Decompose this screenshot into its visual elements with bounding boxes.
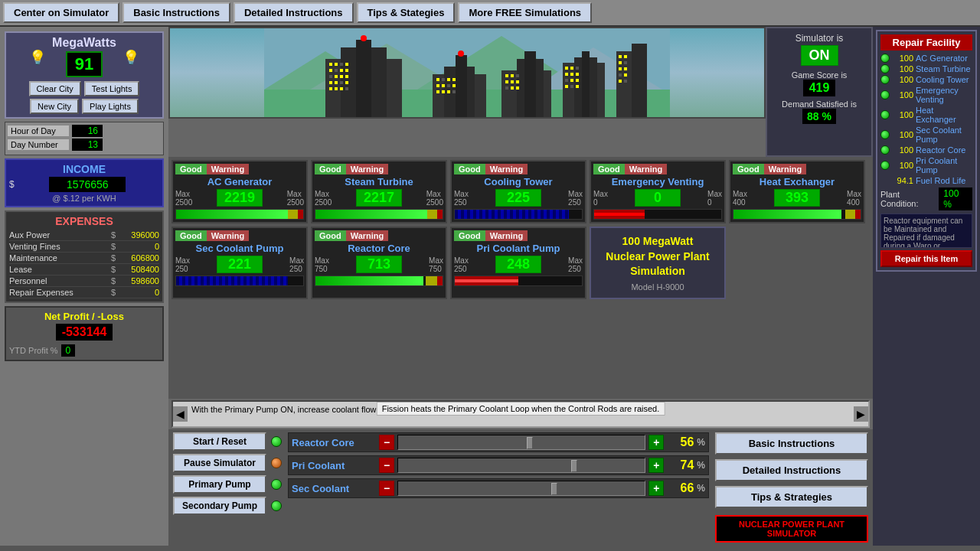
- pause-led: [271, 458, 282, 468]
- repair-cooling-tower: 100 Cooling Tower: [880, 75, 972, 84]
- pri-coolant-slider-label: Pri Coolant: [292, 460, 376, 471]
- income-rate: @ $.12 per KWH: [9, 194, 159, 203]
- repair-reactor-led: [880, 145, 890, 155]
- test-lights-btn[interactable]: Test Lights: [84, 81, 140, 96]
- sec-coolant-plus-btn[interactable]: +: [648, 481, 664, 496]
- sec-coolant-pct: %: [697, 483, 705, 494]
- gauge-emergency-venting: Good Warning Emergency Venting Max0 0 Ma…: [590, 160, 726, 223]
- clear-city-btn[interactable]: Clear City: [29, 81, 81, 96]
- svg-rect-7: [632, 44, 647, 119]
- svg-rect-52: [452, 78, 456, 81]
- svg-rect-41: [516, 80, 519, 83]
- svg-rect-84: [345, 87, 348, 90]
- pri-coolant-minus-btn[interactable]: −: [379, 458, 394, 473]
- svg-rect-63: [356, 40, 371, 119]
- svg-rect-67: [340, 63, 343, 66]
- sim-on-value: ON: [801, 45, 838, 66]
- reactor-core-slider-row: Reactor Core − + 56 %: [288, 432, 709, 452]
- sec-coolant-track[interactable]: [397, 481, 645, 496]
- pri-coolant-plus-btn[interactable]: +: [648, 458, 664, 473]
- svg-rect-14: [619, 73, 622, 77]
- hour-value: 16: [72, 125, 103, 137]
- svg-rect-9: [624, 55, 627, 58]
- gauge-sec-value: 221: [217, 256, 263, 273]
- svg-rect-76: [345, 75, 348, 78]
- svg-rect-31: [570, 85, 573, 88]
- left-sidebar: 💡 MegaWatts 91 💡 Clear City Test Lights …: [0, 27, 168, 546]
- bottom-basic-instructions-btn[interactable]: Basic Instructions: [715, 432, 868, 455]
- tips-strategies-btn[interactable]: Tips & Stategies: [357, 2, 456, 23]
- svg-rect-12: [619, 67, 622, 70]
- repair-cooling-led: [880, 75, 890, 84]
- more-free-btn[interactable]: More FREE Simulations: [458, 2, 592, 23]
- detailed-instructions-btn[interactable]: Detailed Instructions: [234, 2, 354, 23]
- svg-rect-69: [329, 69, 332, 72]
- sim-label: Simulator is: [772, 33, 867, 44]
- svg-rect-20: [582, 51, 590, 119]
- tooltip-area: ◀ With the Primary Pump ON, increase coo…: [172, 400, 870, 428]
- svg-rect-82: [335, 87, 338, 90]
- bottom-detailed-instructions-btn[interactable]: Detailed Instructions: [715, 459, 868, 481]
- pri-coolant-track[interactable]: [397, 458, 645, 473]
- svg-rect-60: [452, 90, 456, 93]
- nav-left-arrow[interactable]: ◀: [173, 406, 188, 422]
- svg-rect-11: [624, 61, 627, 64]
- svg-rect-38: [516, 74, 519, 77]
- reactor-core-minus-btn[interactable]: −: [379, 435, 394, 450]
- reactor-core-track[interactable]: [397, 435, 645, 450]
- megawatts-value: 91: [66, 51, 103, 77]
- repair-item-btn[interactable]: Repair this Item: [880, 250, 972, 267]
- net-profit-box: Net Profit / -Loss -533144 YTD Profit % …: [5, 306, 164, 361]
- svg-rect-21: [565, 67, 568, 70]
- svg-rect-66: [335, 63, 338, 66]
- play-lights-btn[interactable]: Play Lights: [82, 99, 139, 114]
- bottom-tips-strategies-btn[interactable]: Tips & Strategies: [715, 486, 868, 508]
- controls-left: Start / Reset Pause Simulator Primary Pu…: [173, 432, 282, 515]
- svg-rect-35: [524, 51, 536, 119]
- reactor-core-plus-btn[interactable]: +: [648, 435, 664, 450]
- svg-rect-71: [340, 69, 343, 72]
- hour-label: Hour of Day: [8, 126, 69, 136]
- repair-cooling-pct: 100: [892, 75, 913, 84]
- gauge-pri-coolant: Good Warning Pri Coolant Pump Max250 248…: [450, 227, 586, 299]
- gauge-sec-title: Sec Coolant Pump: [175, 243, 304, 254]
- svg-rect-55: [447, 84, 450, 87]
- secondary-pump-row: Secondary Pump: [173, 497, 282, 515]
- ytd-value: 0: [61, 344, 76, 357]
- svg-rect-78: [335, 81, 338, 84]
- primary-pump-btn[interactable]: Primary Pump: [173, 475, 266, 494]
- repair-reactor-name: Reactor Core: [916, 145, 972, 155]
- svg-rect-56: [452, 84, 456, 87]
- income-title: INCOME: [9, 163, 159, 175]
- secondary-pump-btn[interactable]: Secondary Pump: [173, 497, 266, 515]
- repair-fuel-pct: 94.1: [892, 176, 913, 185]
- repair-steam-name: Steam Turbine: [916, 64, 972, 73]
- repair-pri-led: [880, 161, 890, 170]
- new-city-btn[interactable]: New City: [30, 99, 79, 114]
- nav-right-arrow[interactable]: ▶: [854, 406, 868, 422]
- main-area: 💡 MegaWatts 91 💡 Clear City Test Lights …: [0, 27, 980, 546]
- gauge-heat-value: 393: [774, 189, 820, 207]
- pri-coolant-slider-row: Pri Coolant − + 74 %: [288, 455, 709, 475]
- svg-rect-77: [329, 81, 332, 84]
- controls-center: Reactor Core − + 56 % Pri Coolant −: [288, 432, 709, 498]
- basic-instructions-btn[interactable]: Basic Instructions: [122, 2, 230, 23]
- tooltip-fission-popup: Fission heats the Primary Coolant Loop w…: [377, 402, 665, 416]
- gauge-cooling-value: 225: [495, 189, 541, 207]
- pause-btn[interactable]: Pause Simulator: [173, 454, 266, 472]
- simulator-status: Simulator is ON Game Score is 419 Demand…: [766, 27, 873, 157]
- day-label: Day Number: [8, 139, 69, 150]
- net-profit-label: Net Profit / -Loss: [9, 311, 159, 322]
- svg-rect-74: [335, 75, 338, 78]
- svg-rect-44: [516, 86, 519, 90]
- repair-ac-led: [880, 54, 890, 63]
- sim-score-value: 419: [803, 80, 836, 96]
- sec-coolant-minus-btn[interactable]: −: [379, 481, 394, 496]
- repair-steam-led: [880, 64, 890, 73]
- repair-reactor-pct: 100: [892, 145, 913, 155]
- svg-rect-39: [505, 80, 508, 83]
- start-reset-btn[interactable]: Start / Reset: [173, 432, 266, 451]
- center-simulator-btn[interactable]: Center on Simulator: [3, 2, 119, 23]
- repair-ac-generator: 100 AC Generator: [880, 54, 972, 63]
- svg-rect-80: [345, 81, 348, 84]
